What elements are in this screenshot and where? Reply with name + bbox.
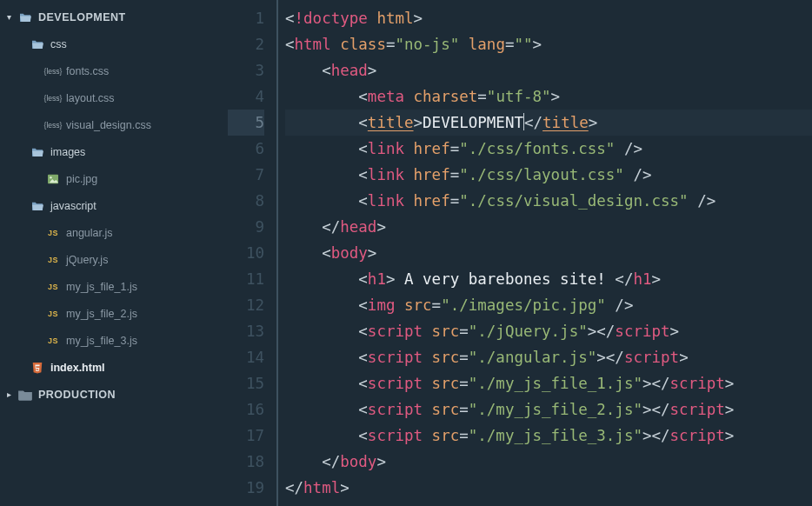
folder-open-icon	[30, 38, 45, 50]
code-line[interactable]: <title>DEVELOPMENT</title>	[285, 110, 812, 136]
tree-item-jquery-js[interactable]: JSjQuery.js	[0, 246, 228, 273]
line-number: 4	[228, 83, 264, 110]
tree-item-label: DEVELOPMENT	[38, 11, 126, 23]
folder-open-icon	[17, 11, 33, 23]
tree-item-label: angular.js	[66, 227, 113, 239]
line-number: 12	[228, 292, 264, 318]
tree-item-label: index.html	[50, 362, 105, 374]
tree-item-visual-design-css[interactable]: {less}visual_design.css	[0, 111, 228, 138]
line-number: 11	[228, 266, 264, 292]
tree-item-label: javascript	[50, 200, 97, 212]
code-line[interactable]: <meta charset="utf-8">	[285, 83, 812, 110]
html-file-icon	[30, 362, 45, 374]
code-line[interactable]: <script src="./angular.js"></script>	[285, 344, 812, 370]
line-number: 7	[228, 162, 264, 188]
code-line[interactable]: <h1> A very barebones site! </h1>	[285, 266, 812, 292]
line-number: 5	[228, 110, 264, 136]
tree-item-angular-js[interactable]: JSangular.js	[0, 219, 228, 246]
chevron-right-icon: ▸	[7, 389, 16, 399]
tree-item-label: jQuery.js	[66, 254, 108, 266]
less-file-icon: {less}	[45, 93, 61, 103]
code-line[interactable]: <script src="./jQuery.js"></script>	[285, 318, 812, 344]
line-number: 13	[228, 318, 264, 344]
tree-item-label: fonts.css	[66, 65, 109, 77]
code-line[interactable]: <script src="./my_js_file_1.js"></script…	[285, 370, 812, 396]
tree-item-css[interactable]: css	[0, 30, 228, 57]
code-line[interactable]: <!doctype html>	[285, 5, 812, 31]
code-line[interactable]: </html>	[285, 475, 812, 501]
code-line[interactable]: <html class="no-js" lang="">	[285, 31, 812, 57]
line-number: 14	[228, 344, 264, 370]
line-number: 6	[228, 136, 264, 162]
tree-item-javascript[interactable]: javascript	[0, 192, 228, 219]
tree-item-label: images	[50, 146, 85, 158]
code-line[interactable]: <body>	[285, 240, 812, 266]
tree-item-my-js-file-2-js[interactable]: JSmy_js_file_2.js	[0, 300, 228, 327]
line-number-gutter: 12345678910111213141516171819	[228, 0, 276, 506]
tree-item-label: layout.css	[66, 92, 115, 104]
tree-item-label: my_js_file_3.js	[66, 335, 137, 347]
folder-icon	[17, 388, 33, 402]
tree-item-index-html[interactable]: index.html	[0, 354, 228, 381]
code-line[interactable]: <script src="./my_js_file_2.js"></script…	[285, 396, 812, 423]
line-number: 2	[228, 31, 264, 57]
less-file-icon: {less}	[45, 120, 61, 130]
tree-item-images[interactable]: images	[0, 138, 228, 165]
line-number: 15	[228, 370, 264, 396]
code-line[interactable]: </body>	[285, 449, 812, 475]
tree-item-label: my_js_file_2.js	[66, 308, 137, 320]
line-number: 17	[228, 423, 264, 449]
code-line[interactable]: <head>	[285, 57, 812, 83]
chevron-down-icon: ▾	[7, 12, 16, 22]
line-number: 9	[228, 214, 264, 240]
line-number: 3	[228, 57, 264, 83]
tree-item-label: visual_design.css	[66, 119, 151, 131]
folder-open-icon	[30, 200, 45, 211]
code-line[interactable]: </head>	[285, 214, 812, 240]
code-line[interactable]: <img src="./images/pic.jpg" />	[285, 292, 812, 318]
tree-item-fonts-css[interactable]: {less}fonts.css	[0, 57, 228, 84]
js-file-icon: JS	[45, 336, 61, 345]
image-file-icon	[45, 174, 61, 184]
tree-item-development[interactable]: ▾DEVELOPMENT	[0, 3, 228, 30]
line-number: 1	[228, 5, 264, 31]
tree-item-production[interactable]: ▸PRODUCTION	[0, 381, 228, 408]
code-editor[interactable]: 12345678910111213141516171819 <!doctype …	[228, 0, 812, 506]
tree-item-label: pic.jpg	[66, 173, 97, 185]
tree-item-pic-jpg[interactable]: pic.jpg	[0, 165, 228, 192]
line-number: 19	[228, 475, 264, 501]
line-number: 8	[228, 188, 264, 214]
code-line[interactable]: <link href="./css/visual_design.css" />	[285, 188, 812, 214]
code-line[interactable]: <link href="./css/layout.css" />	[285, 162, 812, 188]
line-number: 16	[228, 396, 264, 423]
js-file-icon: JS	[45, 229, 61, 237]
tree-item-my-js-file-3-js[interactable]: JSmy_js_file_3.js	[0, 327, 228, 354]
code-line[interactable]: <link href="./css/fonts.css" />	[285, 136, 812, 162]
folder-open-icon	[30, 146, 45, 157]
file-tree-sidebar[interactable]: ▾DEVELOPMENTcss{less}fonts.css{less}layo…	[0, 0, 228, 506]
app-root: ▾DEVELOPMENTcss{less}fonts.css{less}layo…	[0, 0, 812, 506]
tree-item-label: css	[50, 38, 67, 50]
svg-point-1	[50, 176, 52, 179]
code-content[interactable]: <!doctype html><html class="no-js" lang=…	[276, 0, 812, 506]
less-file-icon: {less}	[45, 66, 61, 77]
js-file-icon: JS	[45, 283, 61, 291]
js-file-icon: JS	[45, 310, 61, 318]
tree-item-layout-css[interactable]: {less}layout.css	[0, 84, 228, 111]
line-number: 18	[228, 449, 264, 475]
tree-item-my-js-file-1-js[interactable]: JSmy_js_file_1.js	[0, 273, 228, 300]
code-line[interactable]: <script src="./my_js_file_3.js"></script…	[285, 423, 812, 449]
tree-item-label: PRODUCTION	[38, 389, 116, 401]
tree-item-label: my_js_file_1.js	[66, 281, 137, 293]
line-number: 10	[228, 240, 264, 266]
js-file-icon: JS	[45, 256, 61, 264]
